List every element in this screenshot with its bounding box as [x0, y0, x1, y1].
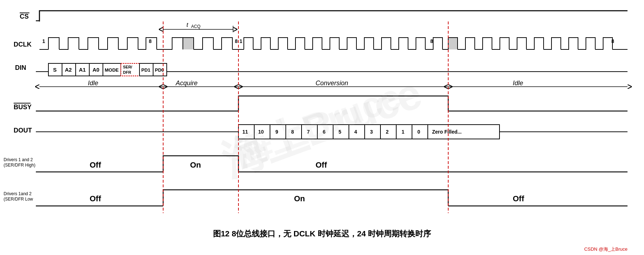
dout-label: DOUT	[14, 127, 32, 134]
attribution: CSDN @海_上Bruce	[584, 246, 628, 252]
acquire-label: Acquire	[175, 80, 198, 87]
drivers-high-label1: Drivers 1 and 2	[4, 157, 33, 162]
drivers-high-off2: Off	[316, 160, 327, 169]
dclk-num8-g1: 8	[149, 38, 152, 44]
dclk-pulses-g1	[39, 38, 163, 49]
timing-diagram: CS DCLK DIN BUSY DOUT Drivers 1 and 2 (S…	[0, 0, 644, 255]
drivers-low-on: On	[294, 194, 305, 203]
cs-signal	[39, 11, 628, 21]
din-mode: MODE	[105, 67, 119, 73]
drivers-low-label2: (SER/DFR Low	[4, 197, 33, 202]
din-a1: A1	[79, 67, 86, 73]
din-pd1: PD1	[141, 67, 150, 73]
idle1-label: Idle	[88, 80, 98, 87]
din-a0: A0	[93, 67, 99, 73]
din-ser: SER/	[123, 65, 132, 69]
din-dfr: DFR	[123, 70, 131, 74]
tacq-label: t	[186, 21, 189, 28]
dclk-pulses-g4	[448, 38, 628, 49]
diagram-container: 海上Bruce CS DCLK DIN BUSY	[0, 0, 644, 255]
din-s: S	[53, 67, 57, 73]
caption: 图12 8位总线接口，无 DCLK 时钟延迟，24 时钟周期转换时序	[213, 229, 432, 238]
svg-text:Zero Filled...: Zero Filled...	[432, 129, 461, 135]
drivers-low-on-signal	[163, 190, 448, 206]
drivers-high-label2: (SER/DFR High)	[4, 163, 35, 168]
drivers-low-off2: Off	[513, 194, 524, 203]
drivers-high-on: On	[190, 160, 201, 169]
din-label: DIN	[15, 64, 26, 71]
svg-text:0: 0	[417, 129, 420, 135]
tacq-subscript: ACQ	[191, 24, 200, 29]
busy-label: BUSY	[14, 104, 32, 111]
dclk-num8-acq: 8	[235, 38, 238, 44]
drivers-low-label1: Drivers 1and 2	[4, 191, 32, 196]
idle2-label: Idle	[513, 80, 523, 87]
dclk-num1-g3: 1	[240, 38, 242, 44]
din-pd0: PD0	[155, 67, 164, 73]
drivers-low-off1: Off	[90, 194, 101, 203]
dclk-pulses-acq	[163, 38, 238, 49]
svg-text:1: 1	[402, 129, 404, 135]
svg-rect-8	[183, 38, 194, 49]
din-a2: A2	[65, 67, 72, 73]
svg-text:3: 3	[370, 129, 373, 135]
dclk-pulses-g3	[238, 38, 448, 49]
svg-text:2: 2	[386, 129, 389, 135]
svg-rect-12	[448, 38, 458, 49]
dclk-label: DCLK	[14, 41, 32, 48]
drivers-high-off1: Off	[90, 160, 101, 169]
conversion-label: Conversion	[316, 80, 348, 87]
dclk-num8-g3: 8	[430, 38, 433, 44]
dclk-num1-g1: 1	[42, 38, 45, 44]
cs-label: CS	[20, 13, 29, 20]
